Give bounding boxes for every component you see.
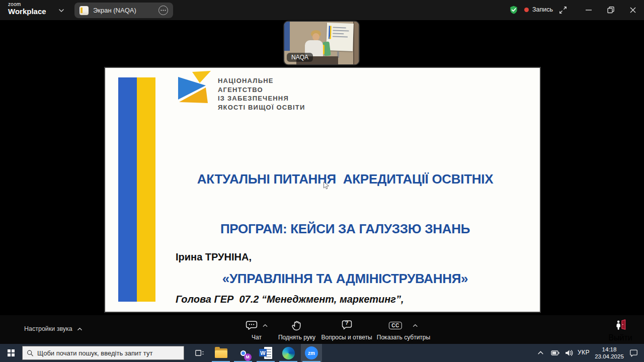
qa-bubble-icon: ?: [341, 319, 353, 331]
close-button[interactable]: [628, 5, 638, 15]
qa-label: Вопросы и ответы: [321, 334, 372, 341]
minimize-button[interactable]: [584, 5, 594, 15]
qa-question-glyph: ?: [341, 320, 353, 326]
naqa-line-4: ЯКОСТІ ВИЩОЇ ОСВІТИ: [218, 103, 305, 112]
naqa-line-3: ІЗ ЗАБЕЗПЕЧЕННЯ: [218, 94, 305, 103]
naqa-line-1: НАЦІОНАЛЬНЕ: [218, 76, 305, 85]
chevron-up-icon[interactable]: [77, 326, 83, 332]
slide-flag-blue-bar: [118, 77, 137, 302]
taskbar-edge[interactable]: [278, 344, 299, 362]
video-wall-flag: [284, 22, 290, 51]
search-input[interactable]: [37, 349, 180, 357]
taskbar-chrome[interactable]: M: [232, 344, 254, 362]
brand-zoom-text: zoom: [8, 2, 46, 7]
video-projection-screen: [326, 23, 354, 51]
chat-bubble-icon: [246, 319, 258, 332]
meeting-toolbar: Настройки звука Чат Поднять руку ?: [0, 315, 644, 344]
clock-date: 23.04.2025: [595, 353, 624, 360]
participant-video-thumbnail[interactable]: NAQA: [283, 21, 360, 65]
taskbar-file-explorer[interactable]: [210, 344, 231, 362]
task-view-icon: [194, 348, 205, 358]
chat-button[interactable]: Чат: [246, 319, 268, 341]
naqa-agency-name: НАЦІОНАЛЬНЕ АГЕНТСТВО ІЗ ЗАБЕЗПЕЧЕННЯ ЯК…: [218, 76, 305, 112]
taskbar-clock[interactable]: 14:18 23.04.2025: [595, 346, 624, 360]
mouse-cursor: [323, 182, 331, 190]
windows-taskbar: M W zm УКР 14:18: [0, 344, 644, 362]
start-button[interactable]: [0, 344, 22, 362]
action-center-icon[interactable]: [629, 348, 638, 357]
shared-screen-thumbnail-icon: [79, 6, 89, 15]
author-name: Ірина ТРУНІНА,: [176, 251, 540, 263]
zoom-workplace-logo: zoom Workplace: [8, 2, 46, 16]
battery-icon[interactable]: [550, 348, 560, 357]
captions-button[interactable]: CC Показать субтитры: [377, 319, 430, 341]
taskbar-zoom-active[interactable]: zm: [301, 344, 322, 362]
shared-screen-slide: НАЦІОНАЛЬНЕ АГЕНТСТВО ІЗ ЗАБЕЗПЕЧЕННЯ ЯК…: [104, 67, 541, 313]
naqa-logo-icon: [174, 71, 217, 116]
windows-logo-icon: [8, 349, 15, 357]
recording-indicator[interactable]: Запись: [524, 6, 553, 13]
fullscreen-expand-icon[interactable]: [558, 6, 568, 15]
raise-hand-icon: [291, 319, 303, 332]
speaker-icon[interactable]: [565, 348, 574, 357]
encryption-shield-icon[interactable]: [509, 5, 519, 15]
slide-title-line-1: АКТУАЛЬНІ ПИТАННЯ АКРЕДИТАЦІЇ ОСВІТНІХ: [152, 171, 538, 188]
video-presenter-head: [312, 33, 319, 41]
author-role: Голова ГЕР 07.2 “Менеджмент, маркетинг”,: [176, 293, 540, 305]
video-door-frame: [353, 22, 359, 64]
raise-hand-button[interactable]: Поднять руку: [278, 319, 315, 341]
file-explorer-icon: [215, 348, 227, 358]
word-icon: W: [259, 347, 272, 359]
audio-settings-label: Настройки звука: [24, 325, 72, 332]
zoom-meeting-window: zoom Workplace Экран (NAQA) Запись: [0, 0, 644, 362]
maximize-button[interactable]: [606, 5, 616, 15]
shared-screen-tab[interactable]: Экран (NAQA): [74, 3, 173, 18]
tab-more-options-icon[interactable]: [158, 6, 168, 15]
recording-dot-icon: [524, 8, 529, 12]
captions-chevron-up-icon[interactable]: [413, 323, 418, 328]
taskbar-search[interactable]: [22, 346, 184, 360]
zoom-app-icon: zm: [305, 346, 318, 359]
edge-icon: [282, 347, 295, 359]
chat-label: Чат: [252, 334, 262, 341]
participant-name-badge: NAQA: [287, 53, 313, 62]
audio-settings-button[interactable]: Настройки звука: [24, 325, 83, 332]
brand-workplace-text: Workplace: [8, 7, 46, 16]
shared-screen-tab-label: Экран (NAQA): [93, 7, 136, 14]
chrome-icon: M: [237, 347, 250, 359]
captions-label: Показать субтитры: [377, 334, 430, 341]
search-icon: [27, 349, 34, 357]
task-view-button[interactable]: [189, 344, 209, 362]
naqa-line-2: АГЕНТСТВО: [218, 85, 305, 95]
recording-label: Запись: [532, 6, 553, 13]
leave-label: Выйти: [608, 333, 632, 342]
leave-meeting-button[interactable]: Выйти: [608, 319, 632, 342]
titlebar: zoom Workplace Экран (NAQA) Запись: [0, 0, 644, 20]
clock-time: 14:18: [595, 346, 624, 353]
language-indicator[interactable]: УКР: [578, 349, 590, 356]
chat-chevron-up-icon[interactable]: [263, 323, 268, 328]
raise-hand-label: Поднять руку: [278, 334, 315, 341]
tray-show-hidden-icons[interactable]: [537, 349, 544, 356]
chevron-down-icon[interactable]: [58, 8, 64, 14]
gmail-badge-icon: M: [244, 353, 252, 361]
taskbar-word[interactable]: W: [255, 344, 276, 362]
qa-button[interactable]: ? Вопросы и ответы: [321, 319, 372, 341]
leave-door-icon: [614, 319, 627, 331]
captions-cc-icon: CC: [389, 322, 401, 329]
